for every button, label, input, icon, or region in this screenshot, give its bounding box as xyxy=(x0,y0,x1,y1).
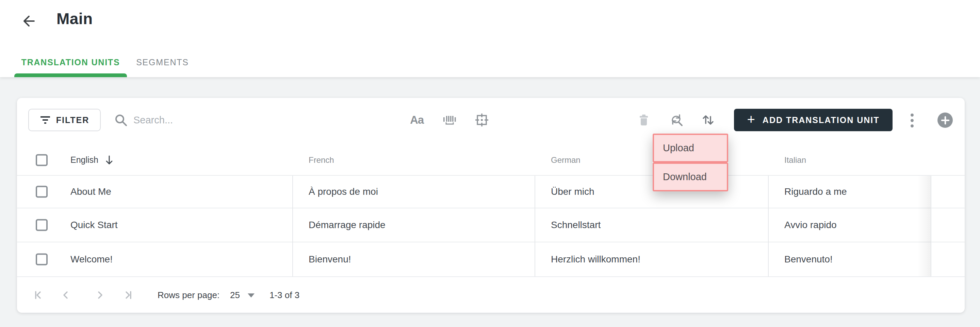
first-page-icon xyxy=(32,289,44,301)
column-header-italian[interactable]: Italian xyxy=(784,156,806,165)
search-input[interactable] xyxy=(134,110,344,130)
table-row[interactable]: Quick Start Démarrage rapide Schnellstar… xyxy=(17,208,965,242)
import-export-button[interactable] xyxy=(698,111,718,130)
column-divider xyxy=(931,176,931,276)
column-header-german[interactable]: German xyxy=(551,156,581,165)
add-circle-icon xyxy=(941,116,950,125)
active-tab-indicator xyxy=(14,73,127,77)
column-divider xyxy=(535,176,535,276)
match-case-button[interactable]: Aa xyxy=(407,111,426,130)
column-divider xyxy=(292,176,293,276)
cell-french: À propos de moi xyxy=(309,186,378,197)
last-page-button[interactable] xyxy=(120,287,137,303)
filter-button-label: FILTER xyxy=(56,115,89,125)
row-checkbox[interactable] xyxy=(36,219,48,231)
table-row[interactable]: About Me À propos de moi Über mich Rigua… xyxy=(17,176,965,208)
arrow-left-icon xyxy=(20,13,36,29)
tab-label: SEGMENTS xyxy=(136,57,189,67)
refresh-search-button[interactable] xyxy=(667,111,686,130)
import-export-icon xyxy=(701,113,716,127)
content-background: FILTER Aa xyxy=(0,77,980,327)
row-checkbox[interactable] xyxy=(36,186,48,198)
previous-page-button[interactable] xyxy=(57,287,74,303)
trash-icon xyxy=(637,113,651,127)
cell-english: About Me xyxy=(70,186,111,197)
back-button[interactable] xyxy=(18,11,37,30)
refresh-search-icon xyxy=(669,113,684,127)
column-header-french[interactable]: French xyxy=(309,156,334,165)
table-header-row: English French German Italian xyxy=(17,145,965,176)
delete-button[interactable] xyxy=(634,111,653,130)
pinned-column-shadow xyxy=(918,176,931,276)
add-translation-unit-label: ADD TRANSLATION UNIT xyxy=(762,115,880,125)
match-case-icon: Aa xyxy=(410,114,424,127)
row-checkbox[interactable] xyxy=(36,254,48,265)
chevron-right-icon xyxy=(94,289,106,301)
translation-units-card: FILTER Aa xyxy=(17,98,965,313)
page-header: Main TRANSLATION UNITS SEGMENTS xyxy=(0,0,980,77)
select-all-checkbox[interactable] xyxy=(36,154,48,166)
column-divider xyxy=(768,176,769,276)
focus-frame-button[interactable] xyxy=(472,111,492,130)
chevron-left-icon xyxy=(60,289,72,301)
chevron-down-icon[interactable] xyxy=(248,293,255,297)
last-page-icon xyxy=(122,289,134,301)
focus-frame-icon xyxy=(474,113,489,127)
pagination-range: 1-3 of 3 xyxy=(269,290,299,300)
more-vert-icon xyxy=(911,114,914,117)
search-icon xyxy=(115,114,128,127)
sort-desc-icon xyxy=(105,155,114,165)
tab-segments[interactable]: SEGMENTS xyxy=(129,51,196,73)
cell-italian: Benvenuto! xyxy=(784,254,833,265)
next-page-button[interactable] xyxy=(92,287,108,303)
barcode-button[interactable] xyxy=(440,111,459,130)
cell-german: Herzlich willkommen! xyxy=(551,254,640,265)
cell-german: Schnellstart xyxy=(551,220,601,230)
table-row[interactable]: Welcome! Bienvenu! Herzlich willkommen! … xyxy=(17,242,965,276)
tab-translation-units[interactable]: TRANSLATION UNITS xyxy=(14,51,127,73)
import-export-menu: Upload Download xyxy=(653,133,728,191)
cell-english: Welcome! xyxy=(70,254,113,265)
cell-french: Démarrage rapide xyxy=(309,220,385,230)
cell-english: Quick Start xyxy=(70,220,118,230)
first-page-button[interactable] xyxy=(30,287,46,303)
cell-french: Bienvenu! xyxy=(309,254,351,265)
table-footer: Rows per page: 25 1-3 of 3 xyxy=(17,276,965,313)
cell-german: Über mich xyxy=(551,186,595,197)
filter-icon xyxy=(40,115,51,125)
plus-icon: + xyxy=(747,113,756,126)
column-header-english[interactable]: English xyxy=(70,155,114,165)
menu-item-download[interactable]: Download xyxy=(653,162,728,191)
filter-button[interactable]: FILTER xyxy=(28,109,101,131)
cell-italian: Avvio rapido xyxy=(784,220,837,230)
add-translation-unit-button[interactable]: + ADD TRANSLATION UNIT xyxy=(734,109,892,131)
cell-italian: Riguardo a me xyxy=(784,186,847,197)
add-column-button[interactable] xyxy=(937,113,953,128)
menu-item-upload[interactable]: Upload xyxy=(653,133,728,162)
rows-per-page-label: Rows per page: xyxy=(158,290,220,300)
tab-label: TRANSLATION UNITS xyxy=(21,57,120,67)
barcode-icon xyxy=(442,115,457,125)
rows-per-page-value[interactable]: 25 xyxy=(230,290,240,300)
more-options-button[interactable] xyxy=(904,112,920,129)
page-title: Main xyxy=(56,10,92,28)
